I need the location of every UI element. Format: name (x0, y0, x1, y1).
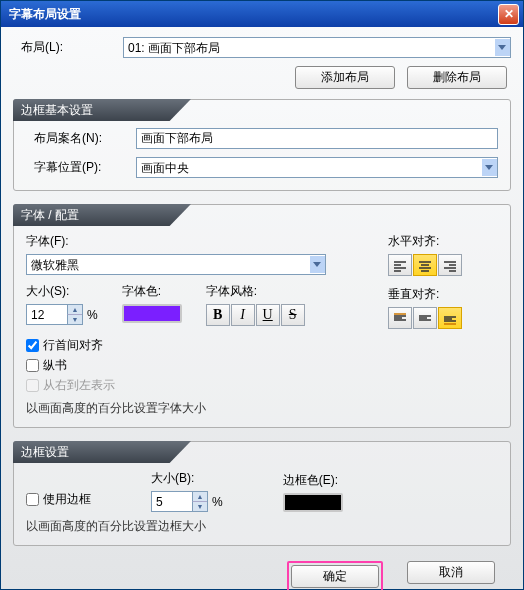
linehead-checkbox-row[interactable]: 行首间对齐 (26, 337, 498, 354)
spin-down-icon[interactable]: ▼ (192, 502, 207, 511)
tategaki-label: 纵书 (43, 357, 67, 374)
font-label: 字体(F): (26, 233, 360, 250)
group-border: 边框设置 使用边框 大小(B): ▲▼ % (13, 441, 511, 546)
align-center-icon (418, 260, 432, 272)
size-label: 大小(S): (26, 283, 98, 300)
ok-highlight: 确定 (287, 561, 383, 590)
italic-button[interactable]: I (231, 304, 255, 326)
spin-up-icon[interactable]: ▲ (67, 305, 82, 315)
strike-button[interactable]: S (281, 304, 305, 326)
add-layout-button[interactable]: 添加布局 (295, 66, 395, 89)
rtl-checkbox-row: 从右到左表示 (26, 377, 498, 394)
font-color-swatch[interactable] (122, 304, 182, 323)
valign-label: 垂直对齐: (388, 286, 498, 303)
border-size-label: 大小(B): (151, 470, 223, 487)
dialog-body: 布局(L): 01: 画面下部布局 添加布局 删除布局 边框基本设置 布局案名(… (1, 27, 523, 590)
linehead-label: 行首间对齐 (43, 337, 103, 354)
halign-center-button[interactable] (413, 254, 437, 276)
subtitle-pos-label: 字幕位置(P): (26, 159, 136, 176)
layout-name-input[interactable] (136, 128, 498, 149)
group-font-head: 字体 / 配置 (13, 204, 191, 226)
halign-right-button[interactable] (438, 254, 462, 276)
group-basic: 边框基本设置 布局案名(N): 字幕位置(P): 画面中央 (13, 99, 511, 191)
group-border-head: 边框设置 (13, 441, 191, 463)
rtl-checkbox (26, 379, 39, 392)
use-border-label: 使用边框 (43, 491, 91, 508)
border-color-swatch[interactable] (283, 493, 343, 512)
valign-middle-icon (418, 313, 432, 325)
ok-button[interactable]: 确定 (291, 565, 379, 588)
border-color-label: 边框色(E): (283, 472, 343, 489)
tategaki-checkbox-row[interactable]: 纵书 (26, 357, 498, 374)
pct-label: % (87, 308, 98, 322)
rtl-label: 从右到左表示 (43, 377, 115, 394)
font-size-input[interactable] (27, 305, 67, 324)
valign-top-icon (393, 313, 407, 325)
layout-select[interactable]: 01: 画面下部布局 (123, 37, 511, 58)
layout-name-label: 布局案名(N): (26, 130, 136, 147)
font-select[interactable]: 微软雅黑 (26, 254, 326, 275)
window-title: 字幕布局设置 (9, 6, 81, 23)
use-border-checkbox[interactable] (26, 493, 39, 506)
align-left-icon (393, 260, 407, 272)
font-color-label: 字体色: (122, 283, 182, 300)
close-icon: ✕ (504, 7, 514, 21)
border-size-input[interactable] (152, 492, 192, 511)
cancel-button[interactable]: 取消 (407, 561, 495, 584)
dialog-window: 字幕布局设置 ✕ 布局(L): 01: 画面下部布局 添加布局 删除布局 边框基… (0, 0, 524, 590)
linehead-checkbox[interactable] (26, 339, 39, 352)
group-basic-head: 边框基本设置 (13, 99, 191, 121)
valign-bottom-button[interactable] (438, 307, 462, 329)
layout-label: 布局(L): (13, 39, 123, 56)
align-right-icon (443, 260, 457, 272)
border-size-spinner[interactable]: ▲▼ (151, 491, 208, 512)
valign-middle-button[interactable] (413, 307, 437, 329)
titlebar: 字幕布局设置 ✕ (1, 1, 523, 27)
font-size-spinner[interactable]: ▲▼ (26, 304, 83, 325)
halign-left-button[interactable] (388, 254, 412, 276)
halign-label: 水平对齐: (388, 233, 498, 250)
group-font: 字体 / 配置 字体(F): 微软雅黑 大小(S): (13, 204, 511, 428)
subtitle-pos-select[interactable]: 画面中央 (136, 157, 498, 178)
border-note: 以画面高度的百分比设置边框大小 (26, 518, 498, 535)
spin-up-icon[interactable]: ▲ (192, 492, 207, 502)
delete-layout-button[interactable]: 删除布局 (407, 66, 507, 89)
font-note: 以画面高度的百分比设置字体大小 (26, 400, 498, 417)
valign-bottom-icon (443, 313, 457, 325)
underline-button[interactable]: U (256, 304, 280, 326)
font-style-label: 字体风格: (206, 283, 305, 300)
tategaki-checkbox[interactable] (26, 359, 39, 372)
use-border-row[interactable]: 使用边框 (26, 491, 91, 508)
valign-top-button[interactable] (388, 307, 412, 329)
close-button[interactable]: ✕ (498, 4, 519, 25)
pct-label: % (212, 495, 223, 509)
spin-down-icon[interactable]: ▼ (67, 315, 82, 324)
bold-button[interactable]: B (206, 304, 230, 326)
